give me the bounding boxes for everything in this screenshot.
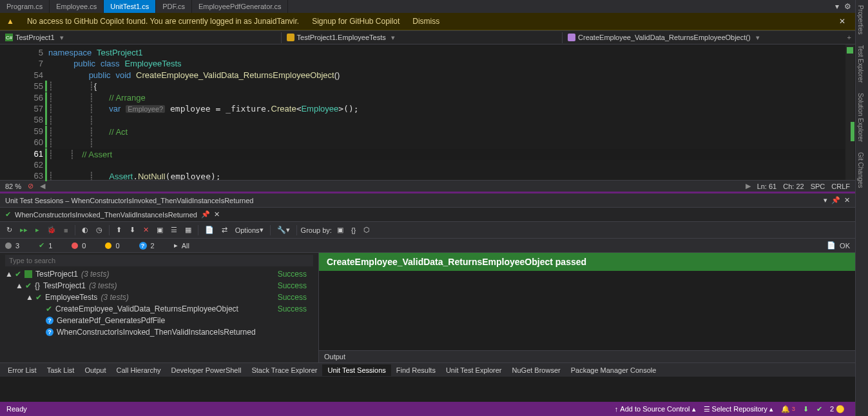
csproj-icon: [24, 270, 32, 278]
svg-rect-3: [568, 34, 575, 41]
notif-icon[interactable]: 🔔3: [777, 405, 799, 413]
nav-file[interactable]: C# TestProject1▾: [0, 32, 281, 43]
group-proj-icon[interactable]: ▣: [334, 224, 346, 235]
test-stats: 3 ✔1 0 0 ?2 ▸ All 📄 OK: [0, 239, 855, 253]
bottom-tab[interactable]: Package Manager Console: [566, 364, 662, 376]
bottom-tab[interactable]: Unit Test Sessions: [322, 364, 391, 376]
bottom-tab[interactable]: NuGet Browser: [507, 364, 566, 376]
debug-icon[interactable]: 🐞: [44, 224, 59, 235]
close-icon[interactable]: ✕: [839, 17, 849, 26]
tab-program[interactable]: Program.cs: [0, 0, 50, 13]
profile-icon[interactable]: ◷: [93, 224, 105, 235]
pin-icon[interactable]: 📌: [201, 210, 210, 219]
push-icon[interactable]: ✔: [813, 405, 826, 413]
search-input[interactable]: [5, 255, 313, 266]
svg-text:C#: C#: [6, 35, 13, 41]
expander-icon[interactable]: ▲: [5, 270, 12, 279]
side-tab[interactable]: Git Changes: [856, 147, 865, 193]
dropdown-icon[interactable]: ▾: [824, 196, 827, 204]
nav-back-icon[interactable]: ◀: [40, 182, 45, 190]
stop-icon[interactable]: ■: [61, 225, 71, 235]
expander-icon[interactable]: ▲: [15, 281, 22, 290]
bottom-tab[interactable]: Developer PowerShell: [166, 364, 247, 376]
check-icon: ✔: [15, 270, 21, 279]
options-button[interactable]: Options ▾: [233, 224, 266, 235]
overview-ruler[interactable]: [845, 45, 854, 180]
code-editor[interactable]: 5 7 54 55 56 57 58 59 60 61 62 63 namesp…: [0, 45, 855, 180]
run-icon[interactable]: ▸: [33, 224, 42, 235]
test-row[interactable]: ▲✔ {} TestProject1 (3 tests)Success: [0, 280, 318, 292]
ch-pos[interactable]: Ch: 22: [783, 183, 804, 190]
ln-pos[interactable]: Ln: 61: [757, 183, 777, 190]
delete-icon[interactable]: ✕: [140, 224, 151, 235]
repo-button[interactable]: ☰ Select Repository ▴: [700, 405, 777, 413]
import-icon[interactable]: ⬇: [127, 224, 138, 235]
wrench-icon[interactable]: 🔧▾: [275, 224, 293, 235]
test-row[interactable]: ▲✔ EmployeeTests (3 tests)Success: [0, 292, 318, 303]
namespace-icon: {}: [35, 281, 40, 290]
test-row[interactable]: ✔ CreateEmployee_ValidData_ReturnsEmploy…: [0, 303, 318, 315]
pin-icon[interactable]: 📌: [831, 196, 840, 204]
lock-icon[interactable]: ⇄: [219, 224, 230, 235]
nav-fwd-icon[interactable]: ▶: [746, 182, 751, 190]
dismiss-link[interactable]: Dismiss: [412, 17, 439, 26]
pending-icon[interactable]: 2 🟡: [826, 405, 849, 413]
editor-status: 82 % ⊘ ◀ ▶ Ln: 61 Ch: 22 SPC CRLF: [0, 180, 855, 192]
side-tab[interactable]: Test Explorer: [856, 40, 865, 88]
check-icon: ✔: [5, 210, 11, 219]
test-row[interactable]: ▲✔ TestProject1 (3 tests)Success: [0, 268, 318, 280]
expand-icon[interactable]: ☰: [168, 224, 180, 235]
signup-link[interactable]: Signup for GitHub Copilot: [312, 17, 400, 26]
nav-plus-icon[interactable]: +: [844, 34, 855, 41]
indent[interactable]: SPC: [811, 183, 825, 190]
bottom-tab[interactable]: Call Hierarchy: [111, 364, 166, 376]
tab-unittest1[interactable]: UnitTest1.cs: [104, 0, 156, 13]
lineend[interactable]: CRLF: [831, 183, 850, 190]
close-icon[interactable]: ✕: [214, 210, 220, 219]
pull-icon[interactable]: ⬇: [799, 405, 813, 413]
cover-icon[interactable]: ◐: [79, 224, 91, 235]
method-icon: [568, 34, 575, 41]
test-row[interactable]: ? WhenConstructorIsInvoked_ThenValidInst…: [0, 326, 318, 338]
group-ns-icon[interactable]: {}: [349, 225, 358, 235]
issues-icon[interactable]: ⊘: [28, 182, 34, 190]
refresh-icon[interactable]: ↻: [4, 224, 15, 235]
gear-icon[interactable]: ⚙: [844, 2, 851, 11]
session-tab[interactable]: ✔ WhenConstructorIsInvoked_ThenValidInst…: [0, 208, 855, 222]
code-content[interactable]: namespace TestProject1 public class Empl…: [48, 45, 855, 180]
nav-member[interactable]: CreateEmployee_ValidData_ReturnsEmployee…: [562, 32, 844, 43]
tab-pdf[interactable]: PDF.cs: [156, 0, 192, 13]
nav-type[interactable]: TestProject1.EmployeeTests▾: [281, 32, 563, 43]
ready-text: Ready: [6, 405, 27, 413]
grid-icon[interactable]: ▦: [182, 224, 194, 235]
class-icon: [287, 34, 294, 41]
side-tab[interactable]: Properties: [856, 0, 865, 40]
tab-employee[interactable]: Employee.cs: [50, 0, 104, 13]
run-all-icon[interactable]: ▸▸: [17, 224, 30, 235]
csharp-file-icon: C#: [5, 34, 13, 41]
warning-icon: ▲: [6, 17, 14, 26]
test-toolbar: ↻ ▸▸ ▸ 🐞 ■ ◐ ◷ ⬆ ⬇ ✕ ▣ ☰ ▦ 📄 ⇄ Options ▾…: [0, 222, 855, 239]
output-tab[interactable]: Output: [319, 350, 855, 362]
bottom-tab[interactable]: Output: [79, 364, 111, 376]
test-row[interactable]: ? GeneratePdf_GeneratesPdfFile: [0, 315, 318, 326]
zoom-level[interactable]: 82 %: [5, 183, 21, 190]
new-session-icon[interactable]: 📄: [202, 224, 217, 235]
bottom-tab[interactable]: Stack Trace Explorer: [246, 364, 322, 376]
export-icon[interactable]: ⬆: [113, 224, 124, 235]
status-bar: Ready ↑ Add to Source Control ▴ ☰ Select…: [0, 402, 855, 416]
tab-empgen[interactable]: EmployeePdfGenerator.cs: [192, 0, 288, 13]
bottom-tab[interactable]: Error List: [3, 364, 42, 376]
bottom-tab[interactable]: Find Results: [391, 364, 441, 376]
side-tab[interactable]: Solution Explorer: [856, 88, 865, 147]
track-icon[interactable]: ▣: [154, 224, 166, 235]
bottom-tab[interactable]: Task List: [42, 364, 80, 376]
session-header: Unit Test Sessions – WhenConstructorIsIn…: [0, 193, 855, 208]
group-cat-icon[interactable]: ⬡: [361, 224, 372, 235]
close-icon[interactable]: ✕: [844, 196, 850, 204]
bottom-tab[interactable]: Unit Test Explorer: [441, 364, 507, 376]
expander-icon[interactable]: ▲: [26, 293, 32, 302]
svg-rect-2: [287, 34, 294, 41]
source-control-button[interactable]: ↑ Add to Source Control ▴: [611, 405, 700, 413]
pin-icon[interactable]: ▾: [835, 2, 839, 11]
